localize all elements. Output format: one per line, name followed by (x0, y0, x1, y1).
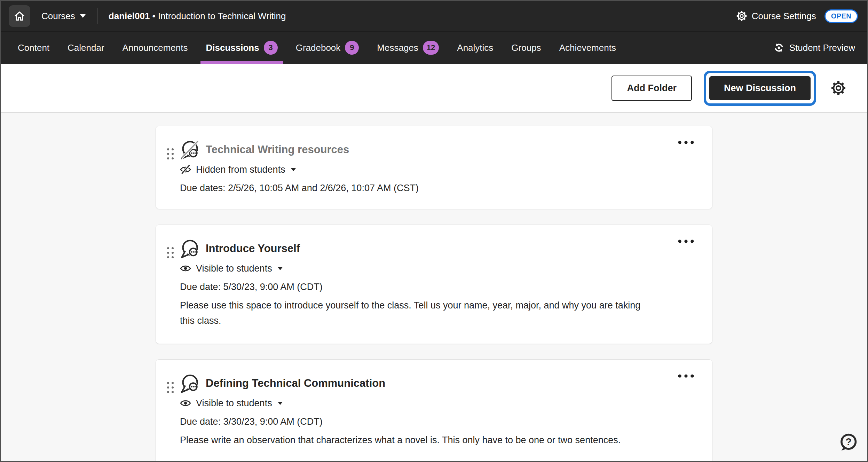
chevron-down-icon (278, 267, 283, 270)
course-status-badge[interactable]: OPEN (824, 9, 858, 23)
tab-groups[interactable]: Groups (511, 32, 541, 64)
chevron-down-icon (291, 168, 296, 171)
new-discussion-button[interactable]: New Discussion (709, 76, 811, 100)
tab-calendar[interactable]: Calendar (68, 32, 104, 64)
discussion-title-link[interactable]: Technical Writing resources (206, 143, 349, 156)
eye-slash-icon (180, 164, 191, 175)
visibility-dropdown[interactable]: Visible to students (180, 398, 283, 409)
course-settings-label: Course Settings (752, 11, 816, 22)
course-id: daniel001 (109, 11, 150, 21)
home-button[interactable] (9, 5, 30, 27)
highlight-ring: New Discussion (704, 71, 816, 106)
drag-handle[interactable] (166, 148, 174, 160)
due-date-text: Due dates: 2/5/26, 10:05 AM and 2/6/26, … (180, 183, 660, 194)
card-menu-button[interactable] (676, 372, 696, 380)
home-icon (14, 10, 25, 22)
student-preview-label: Student Preview (789, 42, 855, 53)
tab-discussions[interactable]: Discussions 3 (206, 32, 278, 64)
discussion-description: Please write an observation that charact… (180, 433, 657, 448)
courses-label: Courses (41, 11, 75, 22)
gear-icon (830, 80, 847, 96)
visibility-label: Hidden from students (196, 164, 285, 175)
card-menu-button[interactable] (676, 139, 696, 146)
discussion-card: Introduce Yourself Visible to students D… (156, 225, 712, 344)
gear-icon (736, 10, 748, 22)
tab-analytics[interactable]: Analytics (457, 32, 493, 64)
student-preview-button[interactable]: Student Preview (773, 32, 855, 64)
ellipsis-icon (678, 374, 694, 378)
discussion-card: Defining Technical Communication Visible… (156, 359, 712, 461)
discussions-toolbar: Add Folder New Discussion (1, 64, 867, 113)
chevron-down-icon (278, 402, 283, 405)
visibility-label: Visible to students (196, 263, 272, 274)
title-separator: • (152, 11, 156, 21)
discussion-description: Please use this space to introduce yours… (180, 298, 657, 328)
divider (97, 8, 97, 24)
hidden-discussion-icon (180, 140, 199, 159)
due-date-text: Due date: 5/30/23, 9:00 AM (CDT) (180, 282, 660, 292)
ellipsis-icon (678, 141, 694, 144)
visibility-label: Visible to students (196, 398, 272, 409)
discussion-card-list: Technical Writing resources Hidden from … (156, 126, 712, 461)
tab-list: Content Calendar Announcements Discussio… (18, 32, 616, 64)
card-menu-button[interactable] (676, 237, 696, 245)
discussion-icon (180, 239, 199, 258)
discussion-title-link[interactable]: Defining Technical Communication (206, 377, 385, 390)
discussion-icon (180, 374, 199, 393)
course-nav: Content Calendar Announcements Discussio… (1, 31, 867, 64)
drag-handle[interactable] (166, 381, 174, 394)
tab-achievements[interactable]: Achievements (559, 32, 616, 64)
top-bar: Courses daniel001 • Introduction to Tech… (1, 1, 867, 31)
discussions-count-badge: 3 (264, 41, 278, 55)
messages-count-badge: 12 (423, 41, 439, 55)
course-title: daniel001 • Introduction to Technical Wr… (109, 11, 286, 22)
due-date-text: Due date: 3/30/23, 9:00 AM (CDT) (180, 416, 660, 427)
tab-content[interactable]: Content (18, 32, 49, 64)
discussion-settings-button[interactable] (830, 80, 847, 96)
help-button[interactable] (838, 432, 858, 452)
courses-menu[interactable]: Courses (41, 11, 86, 22)
tab-gradebook[interactable]: Gradebook 9 (296, 32, 359, 64)
discussion-title-link[interactable]: Introduce Yourself (206, 242, 300, 255)
tab-announcements[interactable]: Announcements (123, 32, 188, 64)
tab-messages[interactable]: Messages 12 (377, 32, 439, 64)
eye-icon (180, 263, 191, 274)
discussions-list-region: Technical Writing resources Hidden from … (1, 113, 867, 461)
help-icon (838, 432, 858, 452)
visibility-dropdown[interactable]: Hidden from students (180, 164, 296, 175)
gradebook-count-badge: 9 (345, 41, 359, 55)
chevron-down-icon (80, 14, 86, 18)
discussion-card: Technical Writing resources Hidden from … (156, 126, 712, 209)
course-settings-button[interactable]: Course Settings (736, 10, 816, 22)
ellipsis-icon (678, 240, 694, 243)
drag-handle[interactable] (166, 246, 174, 259)
eye-icon (180, 398, 191, 409)
add-folder-button[interactable]: Add Folder (611, 76, 692, 101)
course-name: Introduction to Technical Writing (158, 11, 286, 21)
visibility-dropdown[interactable]: Visible to students (180, 263, 283, 274)
student-preview-icon (773, 42, 785, 54)
